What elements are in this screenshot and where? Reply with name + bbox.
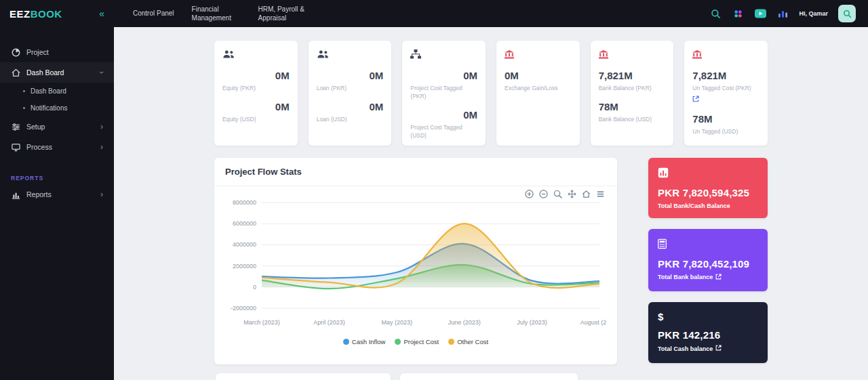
chart-toolbar (524, 189, 605, 198)
legend-label: Cash Inflow (352, 338, 386, 345)
analytics-icon[interactable] (776, 7, 789, 20)
summary-label: Project Cost Tagged (USD) (410, 124, 477, 140)
summary-value: 7,821M (692, 70, 760, 81)
summary-value: 7,821M (599, 70, 666, 81)
summary-label: Bank Balance (PKR) (599, 85, 666, 93)
zoom-out-icon[interactable] (538, 189, 548, 198)
stat-value: PKR 7,820,594,325 (658, 187, 758, 198)
svg-text:May (2023): May (2023) (381, 319, 412, 326)
monitor-icon (11, 142, 20, 152)
sidebar-item-setup[interactable]: Setup › (0, 117, 114, 137)
sidebar-subitem-notifications[interactable]: Notifications (0, 100, 114, 117)
video-icon[interactable] (754, 7, 766, 20)
sidebar-item-label: Process (26, 143, 52, 151)
svg-text:2000000: 2000000 (233, 263, 256, 270)
sitemap-icon (410, 49, 421, 59)
calculator-icon (658, 238, 667, 249)
chevron-right-icon: › (100, 143, 103, 151)
stat-value: PKR 142,216 (658, 329, 758, 341)
nav-link-control-panel[interactable]: Control Panel (133, 9, 174, 18)
summary-value: 78M (599, 101, 666, 112)
menu-icon[interactable] (595, 189, 605, 198)
legend-item-project-cost[interactable]: Project Cost (395, 338, 439, 345)
chart-icon (658, 167, 669, 178)
home-icon[interactable] (581, 189, 591, 198)
stat-label: Total Cash balance (658, 345, 758, 352)
partial-card (400, 373, 578, 380)
summary-card-loan: 0MLoan (PKR) 0MLoan (USD) (309, 41, 392, 146)
logo-row: EEZBOOK « (0, 0, 114, 27)
apps-icon[interactable] (732, 7, 744, 20)
summary-value: 0M (505, 70, 572, 81)
chevron-right-icon: › (100, 190, 103, 198)
sidebar-item-label: Setup (26, 123, 45, 131)
search-button[interactable] (838, 5, 856, 22)
sidebar-item-process[interactable]: Process › (0, 137, 114, 157)
user-greeting[interactable]: HI, Qamar (799, 10, 828, 17)
summary-label: Un Tagged (USD) (692, 128, 760, 136)
legend-dot (343, 339, 349, 345)
sidebar-item-project[interactable]: Project (0, 42, 114, 62)
summary-label: Equity (PKR) (222, 85, 290, 93)
summary-value: 0M (317, 101, 384, 112)
external-link-icon[interactable] (692, 96, 699, 102)
chart-title: Project Flow Stats (214, 158, 617, 186)
bullet-icon (23, 107, 25, 109)
selection-zoom-icon[interactable] (553, 189, 562, 198)
chart-area: -200000002000000400000060000008000000Mar… (214, 186, 617, 345)
external-link-icon[interactable] (715, 274, 722, 281)
nav-link-financial-management[interactable]: Financial Management (192, 5, 241, 23)
stat-cards-column: PKR 7,820,594,325 Total Bank/Cash Balanc… (648, 158, 768, 364)
legend-label: Other Cost (457, 338, 488, 345)
stat-card-total-cash-balance[interactable]: $ PKR 142,216 Total Cash balance (648, 302, 768, 363)
svg-text:4000000: 4000000 (233, 241, 256, 248)
svg-text:August (2023): August (2023) (580, 319, 606, 326)
sidebar-menu: Project Dash Board › Dash Board Notifica… (0, 27, 114, 205)
sidebar-item-reports[interactable]: Reports › (0, 184, 114, 205)
sidebar-item-dashboard[interactable]: Dash Board › (0, 62, 114, 83)
main-area: Control Panel Financial Management HRM, … (114, 0, 868, 380)
stat-card-total-bank-cash-balance[interactable]: PKR 7,820,594,325 Total Bank/Cash Balanc… (648, 158, 768, 218)
bank-icon (692, 50, 702, 59)
search-icon[interactable] (709, 7, 722, 20)
svg-text:July (2023): July (2023) (517, 319, 547, 326)
svg-text:8000000: 8000000 (233, 199, 256, 206)
legend-dot (395, 339, 401, 345)
dollar-icon: $ (658, 311, 663, 322)
external-link-icon[interactable] (715, 345, 722, 352)
svg-text:April (2023): April (2023) (313, 319, 345, 326)
svg-text:-2000000: -2000000 (231, 305, 256, 312)
users-icon (317, 49, 329, 59)
bank-icon (599, 50, 608, 59)
pan-icon[interactable] (567, 189, 576, 198)
flow-chart-svg[interactable]: -200000002000000400000060000008000000Mar… (225, 192, 606, 334)
summary-label: Project Cost Tagged (PKR) (410, 85, 477, 101)
chevron-down-icon: › (98, 71, 106, 74)
summary-value: 78M (692, 113, 760, 125)
nav-link-hrm-payroll[interactable]: HRM, Payroll & Appraisal (258, 5, 307, 23)
sidebar-subitem-label: Notifications (31, 104, 67, 112)
sliders-icon (11, 122, 20, 131)
svg-text:0: 0 (253, 284, 256, 291)
summary-label: Loan (PKR) (317, 85, 384, 93)
zoom-in-icon[interactable] (524, 189, 534, 198)
sidebar-subitem-dashboard[interactable]: Dash Board (0, 83, 114, 100)
topbar: Control Panel Financial Management HRM, … (114, 0, 868, 27)
summary-label: Bank Balance (USD) (599, 116, 666, 124)
sidebar: EEZBOOK « Project Dash Board › Dash Boar… (0, 0, 114, 380)
summary-value: 0M (317, 70, 384, 81)
stat-label: Total Bank/Cash Balance (658, 203, 758, 209)
bank-icon (505, 50, 514, 59)
summary-cards-row: 0MEquity (PKR) 0MEquity (USD) 0MLoan (PK… (214, 41, 768, 146)
sidebar-collapse-icon[interactable]: « (99, 8, 104, 19)
stat-value: PKR 7,820,452,109 (658, 258, 758, 270)
stat-card-total-bank-balance[interactable]: PKR 7,820,452,109 Total Bank balance (648, 229, 768, 291)
legend-item-other-cost[interactable]: Other Cost (448, 338, 488, 345)
bullet-icon (23, 90, 25, 92)
dashboard-submenu: Dash Board Notifications (0, 83, 114, 117)
legend-item-cash-inflow[interactable]: Cash Inflow (343, 338, 386, 345)
summary-label: Loan (USD) (317, 116, 384, 124)
stat-label: Total Bank balance (658, 274, 758, 281)
sidebar-item-label: Dash Board (26, 68, 64, 77)
chevron-right-icon: › (100, 123, 103, 131)
